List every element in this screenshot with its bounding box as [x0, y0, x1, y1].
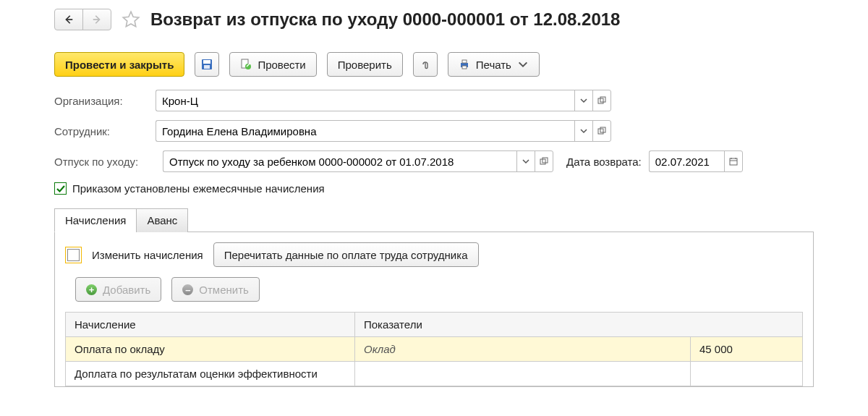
- organization-label: Организация:: [54, 95, 156, 107]
- post-icon: [240, 59, 252, 70]
- chevron-down-icon: [522, 157, 530, 166]
- employee-label: Сотрудник:: [54, 125, 156, 137]
- post-button[interactable]: Провести: [229, 52, 316, 77]
- col-indicators-header[interactable]: Показатели: [355, 313, 803, 337]
- arrow-right-icon: [92, 14, 102, 25]
- accruals-table: Начисление Показатели Оплата по окладу О…: [65, 312, 803, 386]
- chevron-down-icon: [579, 127, 588, 135]
- command-bar: Провести и закрыть Провести Проверить Пе…: [54, 52, 814, 77]
- print-label: Печать: [476, 59, 511, 71]
- cancel-button[interactable]: – Отменить: [171, 277, 260, 302]
- employee-dropdown-button[interactable]: [574, 120, 593, 142]
- leave-input[interactable]: [163, 150, 517, 172]
- open-icon: [597, 96, 606, 105]
- favorite-star-button[interactable]: [120, 9, 142, 30]
- indicator-label-cell: Оклад: [355, 337, 691, 362]
- calendar-icon: [729, 157, 738, 166]
- post-label: Провести: [258, 59, 305, 71]
- col-accrual-header[interactable]: Начисление: [66, 313, 355, 337]
- star-icon: [122, 10, 140, 29]
- svg-rect-7: [462, 66, 467, 69]
- paperclip-icon: [420, 59, 431, 70]
- save-close-label: Провести и закрыть: [65, 59, 174, 71]
- table-row[interactable]: Оплата по окладу Оклад 45 000: [66, 337, 803, 362]
- cancel-label: Отменить: [199, 284, 249, 296]
- save-button[interactable]: [195, 52, 219, 77]
- leave-open-button[interactable]: [535, 150, 553, 172]
- print-button[interactable]: Печать: [448, 52, 540, 77]
- back-button[interactable]: [54, 9, 83, 30]
- forward-button[interactable]: [82, 9, 111, 30]
- open-icon: [540, 157, 548, 166]
- check-icon: [56, 184, 66, 194]
- svg-rect-1: [203, 60, 210, 64]
- return-date-label: Дата возврата:: [566, 156, 642, 168]
- chevron-down-icon: [517, 59, 529, 70]
- employee-input[interactable]: [156, 120, 575, 142]
- chevron-down-icon: [579, 96, 588, 105]
- svg-rect-2: [204, 65, 210, 69]
- organization-open-button[interactable]: [592, 90, 611, 111]
- reread-label: Перечитать данные по оплате труда сотруд…: [224, 249, 468, 261]
- indicator-value-cell: [691, 362, 803, 386]
- return-date-input[interactable]: [649, 150, 725, 172]
- svg-rect-6: [462, 60, 467, 63]
- monthly-order-checkbox[interactable]: [54, 182, 67, 195]
- minus-icon: –: [182, 284, 193, 295]
- check-button[interactable]: Проверить: [327, 52, 403, 77]
- floppy-icon: [201, 59, 213, 70]
- accrual-cell: Доплата по результатам оценки эффективно…: [66, 362, 355, 386]
- add-button[interactable]: + Добавить: [75, 277, 161, 302]
- leave-dropdown-button[interactable]: [516, 150, 535, 172]
- return-date-calendar-button[interactable]: [724, 150, 743, 172]
- page-title: Возврат из отпуска по уходу 0000-000001 …: [150, 9, 620, 30]
- printer-icon: [459, 59, 470, 70]
- organization-dropdown-button[interactable]: [574, 90, 593, 111]
- svg-rect-14: [730, 158, 737, 165]
- accrual-cell: Оплата по окладу: [66, 337, 355, 362]
- arrow-left-icon: [64, 14, 74, 25]
- reread-data-button[interactable]: Перечитать данные по оплате труда сотруд…: [213, 242, 479, 267]
- change-accruals-label: Изменить начисления: [92, 249, 203, 261]
- check-label: Проверить: [338, 59, 392, 71]
- organization-input[interactable]: [156, 90, 575, 111]
- monthly-order-label: Приказом установлены ежемесячные начисле…: [72, 182, 325, 195]
- open-icon: [597, 127, 606, 135]
- save-close-button[interactable]: Провести и закрыть: [54, 52, 184, 77]
- employee-open-button[interactable]: [592, 120, 611, 142]
- attach-button[interactable]: [413, 52, 438, 77]
- leave-label: Отпуск по уходу:: [54, 156, 156, 168]
- add-label: Добавить: [103, 284, 150, 296]
- table-row[interactable]: Доплата по результатам оценки эффективно…: [66, 362, 803, 386]
- plus-icon: +: [86, 284, 97, 295]
- tab-advance[interactable]: Аванс: [136, 208, 188, 232]
- change-accruals-checkbox[interactable]: [67, 249, 80, 261]
- tab-accruals[interactable]: Начисления: [54, 208, 137, 232]
- indicator-value-cell: 45 000: [691, 337, 803, 362]
- indicator-label-cell: [355, 362, 691, 386]
